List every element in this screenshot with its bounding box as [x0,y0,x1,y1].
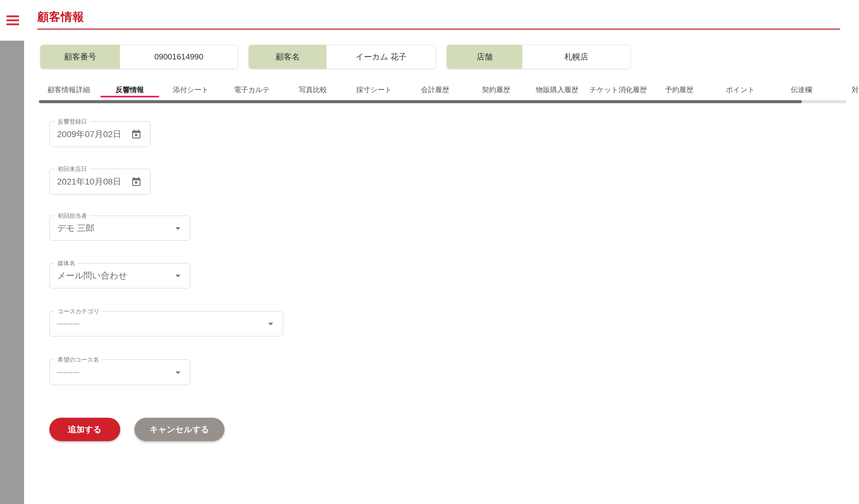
tab-写真比較[interactable]: 写真比較 [283,82,344,97]
tab-契約履歴[interactable]: 契約履歴 [466,82,527,97]
store-value: 札幌店 [522,45,630,69]
left-rail [0,41,24,504]
tab-bar: 顧客情報詳細反響情報添付シート電子カルテ写真比較採寸シート会計履歴契約履歴物販購… [38,82,859,97]
tab-採寸シート[interactable]: 採寸シート [344,82,405,97]
tab-物販購入履歴[interactable]: 物販購入履歴 [527,82,588,97]
field-value[interactable]: デモ 三郎 [57,216,94,240]
store-label: 店舗 [447,45,522,69]
customer-name-box: 顧客名 イーカム 花子 [248,45,436,69]
field-value[interactable]: 2021年10月08日 [57,169,121,194]
tab-scrollbar-track[interactable] [39,100,847,103]
field-media-name[interactable]: 媒体名 メール問い合わせ [49,263,190,288]
tab-顧客情報詳細[interactable]: 顧客情報詳細 [38,82,99,97]
field-value[interactable]: ---------- [57,312,79,336]
tab-scrollbar-thumb[interactable] [39,100,802,103]
customer-number-box: 顧客番号 09001614990 [40,45,238,69]
customer-name-label: 顧客名 [249,45,327,69]
arrow-drop-down-icon[interactable] [172,270,184,282]
menu-icon[interactable] [6,15,19,27]
tab-電子カルテ[interactable]: 電子カルテ [221,82,283,97]
field-value[interactable]: ---------- [57,360,79,385]
customer-number-label: 顧客番号 [40,45,120,69]
calendar-icon[interactable] [131,176,142,188]
arrow-drop-down-icon[interactable] [265,318,276,330]
field-first-staff[interactable]: 初回担当者 デモ 三郎 [49,216,190,241]
customer-name-value: イーカム 花子 [327,45,436,69]
tab-ポイント[interactable]: ポイント [710,82,771,97]
field-value[interactable]: メール問い合わせ [57,263,127,288]
customer-info-page: 顧客情報 顧客番号 09001614990 顧客名 イーカム 花子 店舗 札幌店… [0,0,859,504]
field-response-date[interactable]: 反響登録日 2009年07月02日 [49,121,150,147]
add-button[interactable]: 追加する [49,418,120,441]
title-divider [37,29,840,30]
tab-予約履歴[interactable]: 予約履歴 [649,82,710,97]
tab-添付シート[interactable]: 添付シート [160,82,221,97]
arrow-drop-down-icon[interactable] [172,367,184,378]
cancel-button[interactable]: キャンセルする [134,418,224,441]
field-value[interactable]: 2009年07月02日 [57,122,121,147]
tab-対[interactable]: 対 [832,82,859,97]
customer-number-value: 09001614990 [120,45,238,69]
field-desired-course[interactable]: 希望のコース名 ---------- [49,360,190,385]
page-title: 顧客情報 [37,9,84,25]
tab-チケット消化履歴[interactable]: チケット消化履歴 [588,82,649,97]
tab-伝達欄[interactable]: 伝達欄 [771,82,832,97]
tab-反響情報[interactable]: 反響情報 [99,82,160,97]
tab-会計履歴[interactable]: 会計履歴 [405,82,466,97]
calendar-icon[interactable] [131,128,142,140]
arrow-drop-down-icon[interactable] [172,222,184,234]
field-first-visit-date[interactable]: 初回来店日 2021年10月08日 [49,169,150,194]
store-box: 店舗 札幌店 [447,45,631,69]
field-course-category[interactable]: コースカテゴリ ---------- [49,311,283,336]
